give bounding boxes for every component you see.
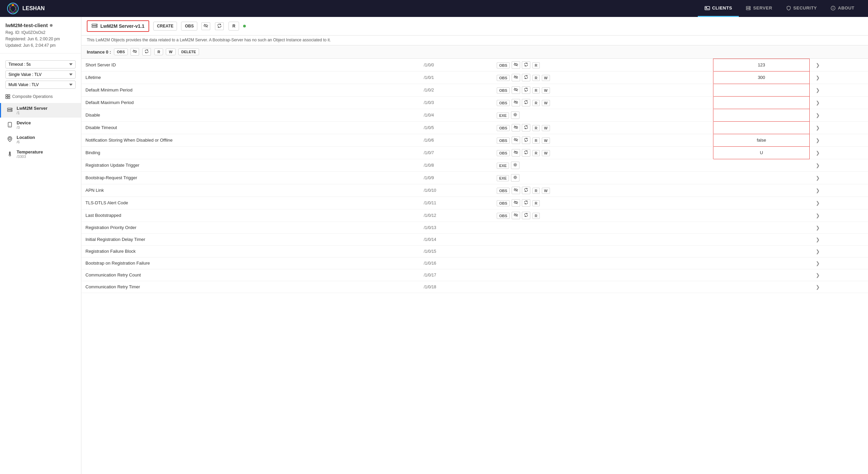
unobs-btn-1[interactable]: [512, 74, 520, 81]
obs-btn-10[interactable]: OBS: [497, 188, 510, 194]
refresh-btn-11[interactable]: [522, 199, 530, 207]
w-btn-1[interactable]: W: [542, 75, 550, 81]
unobs-btn-7[interactable]: [512, 149, 520, 157]
obs-btn-11[interactable]: OBS: [497, 200, 510, 206]
resource-expand-16[interactable]: ❯: [810, 257, 868, 269]
w-btn-2[interactable]: W: [542, 87, 550, 94]
r-btn-3[interactable]: R: [532, 100, 540, 106]
nav-server[interactable]: SERVER: [739, 0, 779, 17]
r-btn-7[interactable]: R: [532, 150, 540, 156]
chevron-btn-6[interactable]: ❯: [814, 137, 822, 144]
resource-expand-3[interactable]: ❯: [810, 96, 868, 109]
w-btn-10[interactable]: W: [542, 188, 550, 194]
hide-obs-button[interactable]: [201, 22, 210, 30]
instance-delete-button[interactable]: DELETE: [178, 48, 199, 55]
composite-operations[interactable]: Composite Operations: [0, 91, 81, 102]
w-btn-3[interactable]: W: [542, 100, 550, 106]
w-btn-7[interactable]: W: [542, 150, 550, 156]
instance-hide-obs-button[interactable]: [131, 48, 139, 56]
refresh-btn-10[interactable]: [522, 187, 530, 194]
chevron-btn-9[interactable]: ❯: [814, 174, 822, 181]
obs-btn-3[interactable]: OBS: [497, 100, 510, 106]
resource-expand-0[interactable]: ❯: [810, 59, 868, 71]
chevron-btn-12[interactable]: ❯: [814, 212, 822, 219]
refresh-btn-6[interactable]: [522, 137, 530, 144]
w-btn-5[interactable]: W: [542, 125, 550, 131]
refresh-btn-0[interactable]: [522, 61, 530, 69]
settings-btn-9[interactable]: [511, 174, 519, 182]
chevron-btn-0[interactable]: ❯: [814, 62, 822, 68]
r-btn-0[interactable]: R: [532, 62, 540, 68]
exe-btn-9[interactable]: EXE: [497, 175, 509, 181]
obs-btn-12[interactable]: OBS: [497, 213, 510, 219]
obs-btn-0[interactable]: OBS: [497, 62, 510, 68]
chevron-btn-4[interactable]: ❯: [814, 112, 822, 119]
obs-btn-6[interactable]: OBS: [497, 138, 510, 144]
resource-expand-8[interactable]: ❯: [810, 159, 868, 171]
refresh-btn-7[interactable]: [522, 149, 530, 157]
resource-expand-13[interactable]: ❯: [810, 222, 868, 233]
resource-expand-1[interactable]: ❯: [810, 71, 868, 84]
r-btn-6[interactable]: R: [532, 138, 540, 144]
instance-r-button[interactable]: R: [154, 48, 163, 55]
chevron-btn-13[interactable]: ❯: [814, 224, 822, 231]
refresh-button[interactable]: [215, 22, 224, 30]
r-button[interactable]: R: [229, 22, 239, 30]
resource-expand-15[interactable]: ❯: [810, 245, 868, 257]
exe-btn-4[interactable]: EXE: [497, 112, 509, 119]
resource-expand-4[interactable]: ❯: [810, 109, 868, 121]
unobs-btn-6[interactable]: [512, 137, 520, 144]
unobs-btn-0[interactable]: [512, 61, 520, 69]
resource-expand-18[interactable]: ❯: [810, 281, 868, 293]
resource-expand-10[interactable]: ❯: [810, 184, 868, 197]
refresh-btn-1[interactable]: [522, 74, 530, 81]
sidebar-item-device[interactable]: Device /3: [0, 118, 81, 132]
create-button[interactable]: CREATE: [153, 22, 177, 30]
refresh-btn-3[interactable]: [522, 99, 530, 106]
nav-security[interactable]: SECURITY: [779, 0, 824, 17]
obs-btn-5[interactable]: OBS: [497, 125, 510, 131]
unobs-btn-12[interactable]: [512, 212, 520, 219]
obs-btn-2[interactable]: OBS: [497, 87, 510, 94]
chevron-btn-3[interactable]: ❯: [814, 99, 822, 106]
multi-value-select[interactable]: Multi Value : TLV Multi Value : JSON: [5, 81, 76, 89]
r-btn-5[interactable]: R: [532, 125, 540, 131]
unobs-btn-2[interactable]: [512, 86, 520, 94]
resource-expand-7[interactable]: ❯: [810, 146, 868, 159]
exe-btn-8[interactable]: EXE: [497, 163, 509, 169]
resource-expand-5[interactable]: ❯: [810, 121, 868, 134]
resource-expand-2[interactable]: ❯: [810, 84, 868, 96]
r-btn-12[interactable]: R: [532, 213, 540, 219]
sidebar-item-location[interactable]: Location /6: [0, 132, 81, 147]
single-value-select[interactable]: Single Value : TLV Single Value : JSON: [5, 70, 76, 79]
chevron-btn-11[interactable]: ❯: [814, 200, 822, 206]
w-btn-6[interactable]: W: [542, 138, 550, 144]
r-btn-1[interactable]: R: [532, 75, 540, 81]
resource-expand-6[interactable]: ❯: [810, 134, 868, 146]
chevron-btn-14[interactable]: ❯: [814, 236, 822, 243]
instance-refresh-button[interactable]: [142, 48, 151, 56]
resource-expand-11[interactable]: ❯: [810, 197, 868, 209]
instance-obs-button[interactable]: OBS: [114, 48, 128, 55]
r-btn-11[interactable]: R: [532, 200, 540, 206]
obs-btn-1[interactable]: OBS: [497, 75, 510, 81]
obs-button[interactable]: OBS: [181, 22, 197, 30]
chevron-btn-16[interactable]: ❯: [814, 260, 822, 267]
obs-btn-7[interactable]: OBS: [497, 150, 510, 156]
refresh-btn-2[interactable]: [522, 86, 530, 94]
sidebar-item-temperature[interactable]: Temperature /3303: [0, 147, 81, 161]
refresh-btn-12[interactable]: [522, 212, 530, 219]
r-btn-10[interactable]: R: [532, 188, 540, 194]
instance-w-button[interactable]: W: [166, 48, 175, 55]
nav-clients[interactable]: CLIENTS: [698, 0, 739, 17]
unobs-btn-11[interactable]: [512, 199, 520, 207]
settings-btn-4[interactable]: [511, 111, 519, 119]
resource-expand-12[interactable]: ❯: [810, 209, 868, 222]
settings-btn-8[interactable]: [511, 162, 519, 169]
nav-about[interactable]: ABOUT: [824, 0, 861, 17]
chevron-btn-7[interactable]: ❯: [814, 149, 822, 156]
refresh-btn-5[interactable]: [522, 124, 530, 131]
unobs-btn-10[interactable]: [512, 187, 520, 194]
r-btn-2[interactable]: R: [532, 87, 540, 94]
chevron-btn-1[interactable]: ❯: [814, 74, 822, 81]
